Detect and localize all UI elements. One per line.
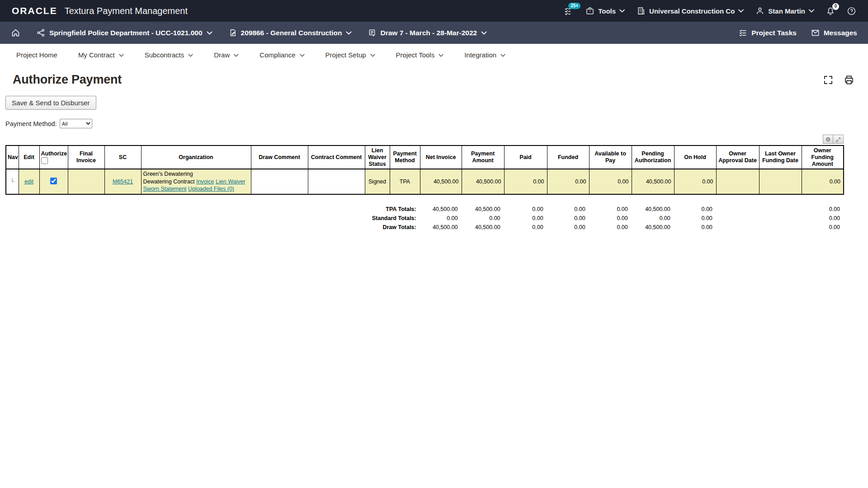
table-resize-button[interactable]: ⤢ <box>833 135 844 144</box>
task-list-icon: 25+ <box>564 6 574 16</box>
contract-comment-cell <box>308 169 365 194</box>
menu-label: Compliance <box>259 51 295 59</box>
project-tasks-link[interactable]: Project Tasks <box>739 28 797 37</box>
owner-approval-date-cell <box>716 169 759 194</box>
totals-on-hold: 0.00 <box>674 214 716 223</box>
contract-selector[interactable]: 209866 - General Construction <box>229 28 352 37</box>
menu-subcontracts[interactable]: Subcontracts <box>145 51 193 59</box>
col-paid: Paid <box>504 145 547 169</box>
menu-draw[interactable]: Draw <box>214 51 239 59</box>
totals-paid: 0.00 <box>504 205 547 214</box>
col-net-invoice: Net Invoice <box>420 145 462 169</box>
totals-pending-authorization: 40,500.00 <box>632 205 674 214</box>
edit-link[interactable]: edit <box>24 178 33 185</box>
col-authorize-label: Authorize <box>41 150 67 157</box>
totals-on-hold: 0.00 <box>674 223 716 232</box>
tasks-button[interactable]: 25+ <box>564 6 574 16</box>
chevron-down-icon <box>439 53 443 57</box>
save-send-disburser-button[interactable]: Save & Send to Disburser <box>5 96 96 110</box>
totals-available-to-pay: 0.00 <box>589 223 632 232</box>
help-button[interactable] <box>847 6 856 16</box>
messages-link[interactable]: Messages <box>811 28 857 37</box>
menu-compliance[interactable]: Compliance <box>259 51 304 59</box>
lien-waiver-link[interactable]: Lien Waiver <box>216 178 245 185</box>
col-draw-comment: Draw Comment <box>251 145 308 169</box>
chevron-down-icon <box>738 9 744 13</box>
totals-net-invoice: 0.00 <box>420 214 461 223</box>
contract-name: 209866 - General Construction <box>241 29 342 37</box>
print-button[interactable] <box>844 75 854 85</box>
payment-method-select[interactable]: All <box>60 119 92 128</box>
company-name: Universal Construction Co <box>649 7 735 15</box>
available-to-pay-cell: 0.00 <box>589 169 632 194</box>
main-menu: Project Home My Contract Subcontracts Dr… <box>0 44 868 66</box>
menu-label: Project Setup <box>326 51 366 59</box>
messages-label: Messages <box>824 29 857 37</box>
menu-project-setup[interactable]: Project Setup <box>326 51 375 59</box>
totals-owner-funding-amount: 0.00 <box>802 223 844 232</box>
header-row: Nav Edit Authorize Final Invoice SC Orga… <box>6 145 844 169</box>
organization-name: Green's Dewatering <box>143 171 193 177</box>
col-funded: Funded <box>547 145 589 169</box>
sworn-statement-link[interactable]: Sworn Statement <box>143 186 187 192</box>
document-edit-icon <box>229 28 237 37</box>
home-button[interactable] <box>11 28 20 38</box>
col-last-owner-funding-date: Last Owner Funding Date <box>759 145 802 169</box>
col-available-to-pay: Available to Pay <box>589 145 632 169</box>
authorize-all-checkbox[interactable] <box>41 157 48 164</box>
fullscreen-button[interactable] <box>823 75 834 85</box>
menu-my-contract[interactable]: My Contract <box>78 51 124 59</box>
chevron-down-icon <box>188 53 193 57</box>
col-payment-method: Payment Method <box>390 145 420 169</box>
totals-owner-funding-amount: 0.00 <box>802 205 844 214</box>
bell-icon: 0 <box>826 6 835 16</box>
col-on-hold: On Hold <box>674 145 716 169</box>
project-selector[interactable]: Springfield Police Department - UCC-1021… <box>37 28 212 37</box>
totals-pending-authorization: 0.00 <box>632 214 674 223</box>
totals-owner-approval-date <box>716 223 759 232</box>
uploaded-files-link[interactable]: Uploaded Files (0) <box>188 186 234 192</box>
totals-funded: 0.00 <box>547 205 589 214</box>
last-owner-funding-date-cell <box>759 169 802 194</box>
totals-paid: 0.00 <box>504 214 547 223</box>
notifications-button[interactable]: 0 <box>826 6 835 16</box>
totals-owner-funding-amount: 0.00 <box>802 214 844 223</box>
chevron-down-icon <box>481 31 487 35</box>
draw-selector[interactable]: Draw 7 - March - 28-Mar-2022 <box>368 28 487 37</box>
draw-comment-cell <box>251 169 308 194</box>
totals-payment-amount: 0.00 <box>462 214 504 223</box>
standard-totals-row: Standard Totals: 0.00 0.00 0.00 0.00 0.0… <box>5 214 844 223</box>
totals-net-invoice: 40,500.00 <box>420 223 461 232</box>
menu-project-home[interactable]: Project Home <box>16 51 57 59</box>
user-menu[interactable]: Stan Martin <box>755 6 814 15</box>
sc-link[interactable]: M65421 <box>113 178 133 185</box>
context-bar: Springfield Police Department - UCC-1021… <box>0 22 868 44</box>
totals-owner-approval-date <box>716 214 759 223</box>
edit-cell: edit <box>19 169 39 194</box>
product-title: Textura Payment Management <box>65 6 188 16</box>
totals-last-owner-funding-date <box>759 214 802 223</box>
tools-menu[interactable]: Tools <box>585 6 625 15</box>
person-icon <box>755 6 764 15</box>
col-owner-funding-amount: Owner Funding Amount <box>802 145 844 169</box>
menu-integration[interactable]: Integration <box>464 51 505 59</box>
resize-icon: ⤢ <box>836 136 840 142</box>
menu-project-tools[interactable]: Project Tools <box>396 51 444 59</box>
col-lien-waiver-status: Lien Waiver Status <box>365 145 390 169</box>
menu-label: My Contract <box>78 51 115 59</box>
col-nav: Nav <box>6 145 19 169</box>
checklist-icon <box>739 28 747 37</box>
totals-net-invoice: 40,500.00 <box>420 205 461 214</box>
gear-icon: ⚙ <box>826 136 831 142</box>
authorize-row-checkbox[interactable] <box>50 178 57 184</box>
tools-label: Tools <box>598 7 616 15</box>
totals-last-owner-funding-date <box>759 223 802 232</box>
table-settings-button[interactable]: ⚙ <box>823 135 833 144</box>
invoice-link[interactable]: Invoice <box>196 178 214 185</box>
company-menu[interactable]: Universal Construction Co <box>637 6 744 15</box>
chevron-down-icon <box>619 9 625 13</box>
col-contract-comment: Contract Comment <box>308 145 365 169</box>
draw-name: Draw 7 - March - 28-Mar-2022 <box>380 29 477 37</box>
col-pending-authorization: Pending Authorization <box>632 145 674 169</box>
chevron-down-icon <box>500 53 505 57</box>
